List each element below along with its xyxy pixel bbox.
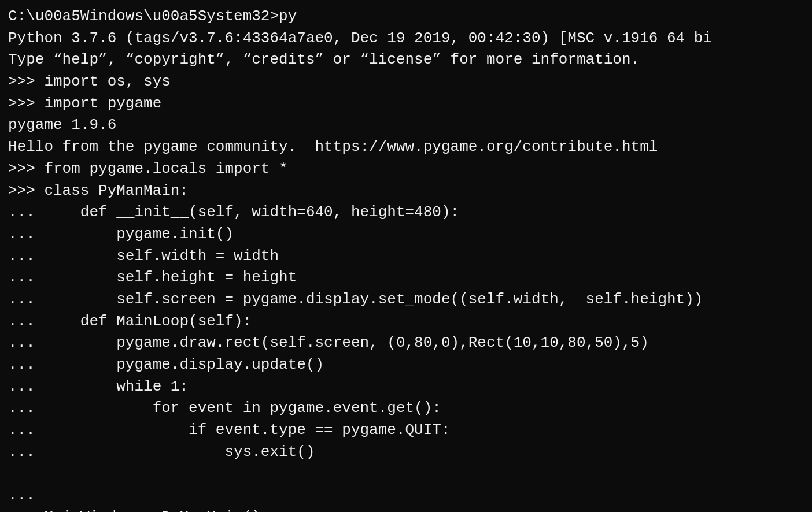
- terminal-line-13: ... self.screen = pygame.display.set_mod…: [8, 289, 804, 311]
- terminal-line-19: ... if event.type == pygame.QUIT:: [8, 420, 804, 441]
- terminal-window[interactable]: C:\u00a5Windows\u00a5System32>pyPython 3…: [0, 0, 812, 512]
- terminal-line-15: ... pygame.draw.rect(self.screen, (0,80,…: [8, 332, 804, 354]
- terminal-line-3: >>> import os, sys: [8, 71, 804, 93]
- terminal-line-1: Python 3.7.6 (tags/v3.7.6:43364a7ae0, De…: [8, 28, 804, 50]
- terminal-line-20: ... sys.exit(): [8, 441, 804, 463]
- terminal-line-0: C:\u00a5Windows\u00a5System32>py: [8, 6, 804, 28]
- terminal-line-22: ...: [8, 485, 804, 507]
- terminal-line-6: Hello from the pygame community. https:/…: [8, 136, 804, 158]
- terminal-line-17: ... while 1:: [8, 376, 804, 398]
- terminal-line-4: >>> import pygame: [8, 93, 804, 115]
- terminal-line-11: ... self.width = width: [8, 246, 804, 268]
- terminal-line-16: ... pygame.display.update(): [8, 354, 804, 376]
- terminal-line-12: ... self.height = height: [8, 267, 804, 289]
- terminal-line-10: ... pygame.init(): [8, 224, 804, 246]
- terminal-line-23: >>> MainWindow = PyManMain(): [8, 507, 804, 512]
- terminal-line-7: >>> from pygame.locals import *: [8, 158, 804, 180]
- terminal-line-2: Type “help”, “copyright”, “credits” or “…: [8, 49, 804, 71]
- terminal-line-18: ... for event in pygame.event.get():: [8, 398, 804, 420]
- terminal-line-8: >>> class PyManMain:: [8, 180, 804, 202]
- terminal-line-9: ... def __init__(self, width=640, height…: [8, 202, 804, 224]
- terminal-blank-line: [8, 463, 804, 485]
- terminal-line-14: ... def MainLoop(self):: [8, 311, 804, 333]
- terminal-line-5: pygame 1.9.6: [8, 114, 804, 136]
